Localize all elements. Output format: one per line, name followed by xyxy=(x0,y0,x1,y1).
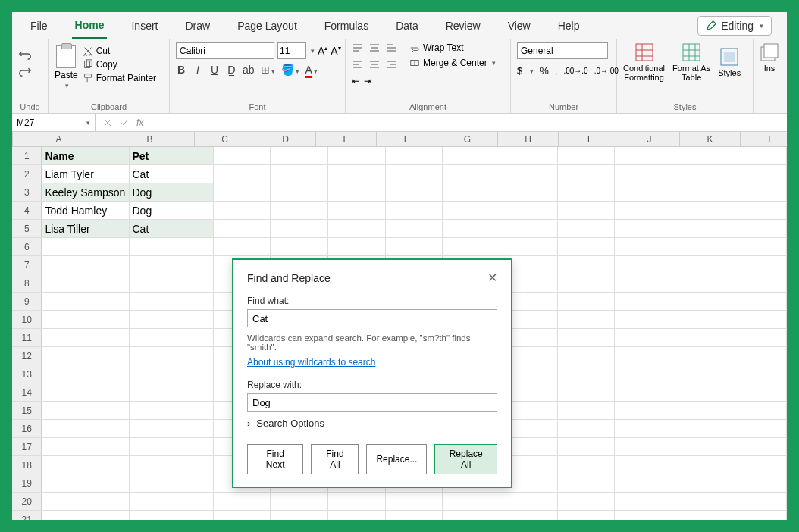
cell[interactable]: Pet xyxy=(130,147,214,164)
cell[interactable] xyxy=(672,511,730,520)
cell[interactable] xyxy=(130,238,214,255)
cancel-icon[interactable] xyxy=(103,118,112,127)
row-header[interactable]: 6 xyxy=(12,238,42,255)
cell[interactable] xyxy=(672,311,730,328)
cell[interactable] xyxy=(130,347,214,365)
cell[interactable] xyxy=(214,165,271,183)
find-all-button[interactable]: Find All xyxy=(311,444,359,474)
cell[interactable] xyxy=(500,238,558,255)
tab-data[interactable]: Data xyxy=(393,14,421,38)
cell[interactable] xyxy=(672,456,730,474)
row-header[interactable]: 15 xyxy=(12,402,42,419)
cell[interactable] xyxy=(271,165,328,183)
cell[interactable] xyxy=(500,493,558,510)
cell[interactable] xyxy=(615,474,672,492)
cell[interactable] xyxy=(130,365,214,383)
chevron-down-icon[interactable]: ▾ xyxy=(311,47,315,55)
cell[interactable] xyxy=(42,420,129,437)
cell[interactable] xyxy=(214,202,271,219)
cell[interactable] xyxy=(558,365,616,383)
cell[interactable] xyxy=(271,220,328,237)
cell[interactable] xyxy=(42,293,129,310)
cell[interactable] xyxy=(42,511,129,520)
cell[interactable] xyxy=(42,256,129,274)
cell[interactable] xyxy=(729,256,787,274)
cell[interactable] xyxy=(130,420,214,437)
cell[interactable] xyxy=(615,347,672,365)
cell[interactable] xyxy=(729,511,787,520)
cell[interactable] xyxy=(42,329,129,346)
cell[interactable] xyxy=(558,438,616,455)
cell[interactable]: Cat xyxy=(130,165,214,183)
cell[interactable] xyxy=(271,202,328,219)
cell[interactable] xyxy=(615,183,672,201)
row-header[interactable]: 11 xyxy=(12,329,42,346)
cell[interactable] xyxy=(729,220,787,237)
column-header[interactable]: B xyxy=(105,132,195,146)
cell[interactable] xyxy=(42,438,129,455)
align-center-button[interactable] xyxy=(368,59,382,73)
cell[interactable] xyxy=(130,474,214,492)
cell[interactable]: Keeley Sampson xyxy=(42,183,129,201)
cell[interactable] xyxy=(500,220,558,237)
cell[interactable]: Dog xyxy=(130,183,214,201)
fill-color-button[interactable]: 🪣▾ xyxy=(281,64,299,76)
wrap-text-button[interactable]: Wrap Text xyxy=(409,42,496,53)
cell[interactable] xyxy=(615,402,672,419)
row-header[interactable]: 16 xyxy=(12,420,42,437)
cell[interactable] xyxy=(672,474,730,492)
wildcard-help-link[interactable]: About using wildcards to search xyxy=(247,357,375,368)
editing-mode-button[interactable]: Editing ▾ xyxy=(697,16,772,36)
tab-file[interactable]: File xyxy=(27,14,51,38)
increase-decimal-button[interactable]: .00→.0 xyxy=(563,67,588,75)
cell[interactable] xyxy=(558,511,616,520)
row-header[interactable]: 1 xyxy=(12,147,42,164)
cell[interactable] xyxy=(558,183,616,201)
cell[interactable] xyxy=(42,274,129,292)
cell[interactable] xyxy=(558,274,616,292)
column-header[interactable]: D xyxy=(255,132,316,146)
percent-button[interactable]: % xyxy=(540,65,549,77)
cell[interactable] xyxy=(328,511,386,520)
cell[interactable] xyxy=(271,493,328,510)
tab-draw[interactable]: Draw xyxy=(182,14,213,38)
cell[interactable] xyxy=(558,238,616,255)
cell[interactable] xyxy=(214,238,271,255)
borders-button[interactable]: ⊞▾ xyxy=(261,64,275,76)
number-format-select[interactable] xyxy=(517,42,608,59)
cell[interactable] xyxy=(729,493,787,510)
cell[interactable] xyxy=(672,329,730,346)
cell[interactable] xyxy=(386,511,443,520)
cell[interactable] xyxy=(672,220,730,237)
find-what-input[interactable] xyxy=(247,309,497,327)
formula-input[interactable] xyxy=(151,114,787,131)
cell[interactable] xyxy=(672,183,730,201)
cell[interactable] xyxy=(615,311,672,328)
cell[interactable] xyxy=(729,202,787,219)
cell[interactable] xyxy=(729,311,787,328)
cell[interactable] xyxy=(443,147,500,164)
decrease-decimal-button[interactable]: .0→.00 xyxy=(594,67,619,75)
fx-label[interactable]: fx xyxy=(136,117,143,128)
cell[interactable] xyxy=(615,274,672,292)
cell[interactable] xyxy=(386,183,443,201)
merge-center-button[interactable]: Merge & Center ▾ xyxy=(409,58,496,68)
close-icon[interactable]: ✕ xyxy=(487,271,497,285)
tab-home[interactable]: Home xyxy=(72,13,108,39)
cell[interactable] xyxy=(558,383,616,401)
cell[interactable] xyxy=(729,438,787,455)
cell[interactable] xyxy=(214,220,271,237)
cell[interactable] xyxy=(615,202,672,219)
cell[interactable] xyxy=(729,402,787,419)
tab-page-layout[interactable]: Page Layout xyxy=(234,14,300,38)
cell[interactable] xyxy=(558,147,616,164)
cell[interactable] xyxy=(42,347,129,365)
format-as-table-button[interactable]: Format As Table xyxy=(672,42,710,82)
row-header[interactable]: 2 xyxy=(12,165,42,183)
cell[interactable] xyxy=(615,493,672,510)
cell[interactable] xyxy=(443,183,500,201)
cell[interactable] xyxy=(386,493,443,510)
align-bottom-button[interactable] xyxy=(385,42,399,56)
align-middle-button[interactable] xyxy=(368,42,382,56)
row-header[interactable]: 21 xyxy=(12,511,42,520)
